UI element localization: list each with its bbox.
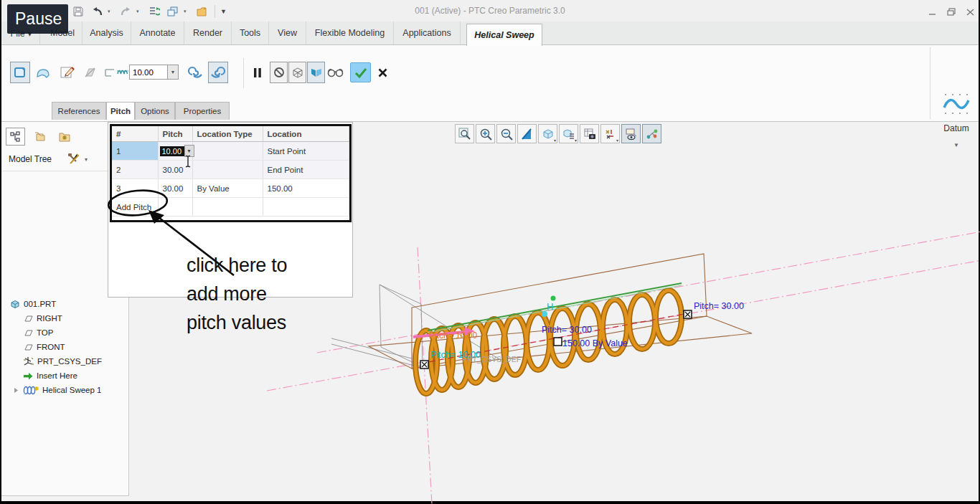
row3-num[interactable]: 3 [112, 179, 158, 198]
solid-icon[interactable] [10, 62, 30, 83]
tree-item-top[interactable]: TOP [23, 326, 53, 339]
row1-location[interactable]: Start Point [263, 142, 349, 161]
tab-annotate[interactable]: Annotate [131, 22, 184, 44]
panel-tab-pitch[interactable]: Pitch [106, 102, 135, 120]
left-handed-icon[interactable] [208, 62, 228, 83]
wireframe-preview-icon[interactable] [288, 62, 306, 83]
tab-render[interactable]: Render [184, 22, 232, 44]
edit-sketch-icon[interactable] [57, 62, 77, 83]
panel-tab-properties[interactable]: Properties [175, 102, 230, 120]
title-bar: ▾ ▾ ▾ ▼ 001 (Active) - PTC Creo Parametr… [1, 0, 979, 22]
folder-browser-icon[interactable] [30, 128, 50, 146]
datum-centerlines [267, 232, 980, 504]
tree-item-csys[interactable]: PRT_CSYS_DEF [23, 355, 102, 368]
end-pitch-label[interactable]: Pitch= 30.00 [694, 301, 744, 311]
panel-tab-references[interactable]: References [52, 102, 106, 120]
tree-item-helical-sweep[interactable]: Helical Sweep 1 [13, 384, 101, 396]
zoom-in-icon[interactable] [476, 124, 495, 143]
remove-material-icon[interactable] [80, 62, 100, 83]
shaded-preview-icon[interactable] [307, 62, 325, 83]
zoom-out-icon[interactable] [496, 124, 516, 143]
col-header-num[interactable]: # [112, 126, 158, 142]
tab-applications[interactable]: Applications [394, 22, 461, 44]
close-icon[interactable] [963, 6, 976, 17]
row2-num[interactable]: 2 [112, 161, 158, 179]
tab-helical-sweep[interactable]: Helical Sweep [466, 24, 542, 46]
datum-display-icon[interactable]: ▾ [600, 124, 620, 143]
attached-preview-icon[interactable] [326, 62, 346, 83]
ok-check-icon[interactable] [350, 62, 371, 82]
pause-overlay[interactable]: Pause [7, 4, 68, 34]
pitch-value-dropdown[interactable]: ▼ [168, 65, 179, 80]
tab-tools[interactable]: Tools [232, 22, 269, 44]
display-style-icon[interactable]: ▾ [538, 124, 557, 143]
tree-item-front[interactable]: FRONT [23, 341, 65, 353]
mid-location-label[interactable]: 150.00 By Value [562, 338, 628, 348]
row3-location-type[interactable]: By Value [192, 179, 263, 198]
expand-arrow-icon[interactable] [13, 387, 19, 394]
tree-item-label: Insert Here [37, 371, 77, 380]
cancel-x-icon[interactable] [375, 65, 390, 80]
tab-view[interactable]: View [269, 22, 306, 44]
insert-here-icon [23, 372, 33, 380]
start-drag-handle[interactable] [420, 361, 428, 369]
pitch-value-combobox: 10.00 ▼ [160, 145, 194, 157]
tab-flexible-modeling[interactable]: Flexible Modeling [306, 22, 394, 44]
ribbon-tab-row: File ▾ Model Analysis Annotate Render To… [1, 22, 979, 45]
mid-drag-handle[interactable] [554, 338, 562, 346]
view-manager-icon[interactable] [580, 124, 599, 143]
gray-datum-plane [331, 285, 504, 368]
sketch-planes [369, 254, 752, 369]
start-pitch-dimension[interactable]: Pitch= 10.00 [429, 331, 477, 341]
start-arrow [413, 332, 465, 337]
col-header-location[interactable]: Location [263, 126, 349, 142]
row2-location[interactable]: End Point [263, 161, 349, 179]
row3-location[interactable]: 150.00 [263, 179, 349, 198]
tab-analysis[interactable]: Analysis [83, 22, 131, 44]
display-style-dropdown[interactable]: ▾ [554, 138, 556, 143]
annotation-display-icon[interactable] [621, 124, 641, 143]
row1-num[interactable]: 1 [112, 142, 158, 161]
pitch-table: # Pitch Location Type Location 1 10.00 ▼ [112, 126, 349, 217]
datum-group-separator [930, 47, 930, 119]
panel-tab-options[interactable]: Options [135, 102, 175, 120]
row2-location-type[interactable] [192, 161, 263, 179]
tree-item-right[interactable]: RIGHT [23, 312, 62, 325]
datum-group-dropdown[interactable]: ▼ [933, 142, 980, 148]
tree-item-insert-here[interactable]: Insert Here [23, 369, 77, 382]
csys-label: PRT_CSYS_DEF [462, 355, 521, 363]
pause-feature-icon[interactable] [250, 62, 265, 83]
col-header-pitch[interactable]: Pitch [158, 126, 192, 142]
saved-orientations-icon[interactable]: ▾ [559, 124, 578, 143]
datum-sketch-icon[interactable] [940, 90, 973, 119]
pitch-combobox-dropdown[interactable]: ▼ [184, 145, 194, 157]
right-handed-icon[interactable] [185, 62, 205, 83]
add-pitch-cell[interactable]: Add Pitch [112, 198, 158, 217]
tree-tools-icon[interactable] [67, 153, 80, 165]
favorites-icon[interactable] [55, 128, 74, 146]
datum-display-dropdown[interactable]: ▾ [616, 138, 618, 143]
start-pitch-readout[interactable]: Pitch= 10.00 [430, 350, 481, 360]
saved-orientations-dropdown[interactable]: ▾ [575, 138, 577, 143]
tree-view-icon[interactable] [6, 128, 25, 146]
col-header-location-type[interactable]: Location Type [192, 126, 263, 142]
mid-pitch-label[interactable]: Pitch= 30.00 [542, 325, 592, 335]
no-preview-icon[interactable] [270, 62, 288, 83]
minimize-icon[interactable] [925, 6, 938, 17]
surface-icon[interactable] [33, 62, 53, 83]
repaint-icon[interactable] [517, 124, 537, 143]
refit-icon[interactable] [455, 124, 474, 143]
spin-center-icon[interactable] [642, 124, 661, 143]
tree-item-part[interactable]: 001.PRT [10, 298, 56, 310]
tree-dropdown[interactable]: ▾ [85, 156, 88, 163]
row1-location-type[interactable] [192, 142, 263, 161]
annotation-text: click here to add more pitch values [187, 251, 287, 337]
table-row: 3 30.00 By Value 150.00 [112, 179, 349, 198]
end-drag-handle[interactable] [684, 310, 692, 318]
pitch-value-selected[interactable]: 10.00 [160, 146, 184, 156]
restore-icon[interactable] [945, 6, 958, 17]
pitch-value-input[interactable] [129, 65, 168, 80]
row2-pitch[interactable]: 30.00 [158, 161, 192, 179]
row3-pitch[interactable]: 30.00 [158, 179, 192, 198]
tree-item-label: Helical Sweep 1 [42, 386, 101, 394]
